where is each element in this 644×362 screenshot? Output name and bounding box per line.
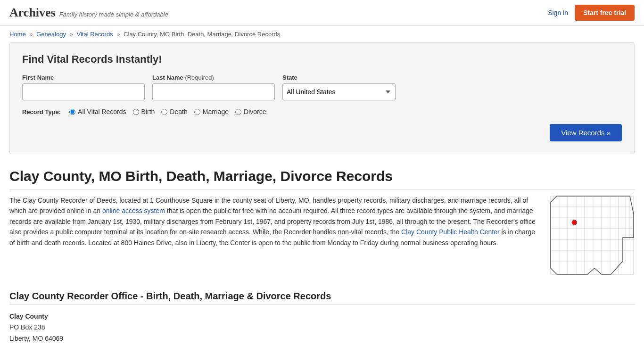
breadcrumb: Home » Genealogy » Vital Records » Clay … [0, 26, 644, 42]
last-name-input[interactable] [152, 83, 275, 100]
map-container [550, 195, 635, 277]
clay-county-health-link[interactable]: Clay County Public Health Center [401, 228, 500, 236]
breadcrumb-sep2: » [70, 31, 73, 38]
last-name-label: Last Name (Required) [152, 74, 275, 81]
radio-birth-label: Birth [141, 108, 155, 115]
radio-divorce-label: Divorce [244, 108, 266, 115]
header: Archives Family history made simple & af… [0, 0, 644, 26]
start-trial-button[interactable]: Start free trial [575, 5, 635, 21]
last-name-group: Last Name (Required) [152, 74, 275, 100]
btn-row: View Records » [22, 124, 622, 141]
radio-all-vital-input[interactable] [69, 109, 75, 115]
content-body: The Clay County Recorder of Deeds, locat… [9, 195, 635, 277]
state-label: State [282, 74, 396, 81]
radio-marriage-input[interactable] [194, 109, 200, 115]
radio-birth[interactable]: Birth [133, 108, 155, 115]
view-records-button[interactable]: View Records » [550, 124, 622, 141]
radio-all-vital[interactable]: All Vital Records [69, 108, 126, 115]
office-address2: Liberty, MO 64069 [9, 333, 635, 345]
search-fields-row: First Name Last Name (Required) State Al… [22, 74, 622, 100]
state-select[interactable]: All United States [282, 83, 396, 100]
breadcrumb-home[interactable]: Home [9, 31, 26, 38]
first-name-label: First Name [22, 74, 145, 81]
content-text: The Clay County Recorder of Deeds, locat… [9, 195, 536, 277]
sign-in-link[interactable]: Sign in [548, 9, 568, 16]
breadcrumb-vital-records[interactable]: Vital Records [77, 31, 113, 38]
body-paragraph: The Clay County Recorder of Deeds, locat… [9, 195, 536, 248]
archives-logo: Archives [9, 6, 56, 20]
missouri-map [550, 195, 635, 275]
archives-tagline: Family history made simple & affordable [59, 11, 168, 18]
office-address1: PO Box 238 [9, 322, 635, 333]
breadcrumb-sep1: » [29, 31, 33, 38]
first-name-group: First Name [22, 74, 145, 100]
radio-death[interactable]: Death [161, 108, 187, 115]
svg-point-17 [572, 220, 577, 225]
record-type-row: Record Type: All Vital Records Birth Dea… [22, 108, 622, 115]
radio-death-label: Death [170, 108, 187, 115]
radio-marriage[interactable]: Marriage [194, 108, 229, 115]
office-name: Clay County [9, 313, 635, 320]
breadcrumb-current: Clay County, MO Birth, Death, Marriage, … [124, 31, 280, 38]
required-note: (Required) [185, 74, 214, 81]
radio-marriage-label: Marriage [203, 108, 229, 115]
section2-title: Clay County Recorder Office - Birth, Dea… [9, 291, 635, 305]
office-info: Clay County PO Box 238 Liberty, MO 64069 [9, 313, 635, 345]
first-name-input[interactable] [22, 83, 145, 100]
radio-divorce[interactable]: Divorce [235, 108, 266, 115]
record-type-label: Record Type: [22, 108, 61, 115]
radio-death-input[interactable] [161, 109, 167, 115]
search-title: Find Vital Records Instantly! [22, 53, 622, 66]
search-section: Find Vital Records Instantly! First Name… [9, 42, 635, 154]
header-left: Archives Family history made simple & af… [9, 6, 168, 20]
main-content: Clay County, MO Birth, Death, Marriage, … [0, 164, 644, 362]
state-group: State All United States [282, 74, 396, 100]
radio-birth-input[interactable] [133, 109, 139, 115]
radio-all-vital-label: All Vital Records [78, 108, 126, 115]
radio-group: All Vital Records Birth Death Marriage D… [69, 108, 266, 115]
online-access-link[interactable]: online access system [102, 207, 165, 214]
radio-divorce-input[interactable] [235, 109, 241, 115]
header-right: Sign in Start free trial [548, 5, 635, 21]
breadcrumb-sep3: » [116, 31, 120, 38]
page-title: Clay County, MO Birth, Death, Marriage, … [9, 168, 635, 189]
breadcrumb-genealogy[interactable]: Genealogy [36, 31, 66, 38]
